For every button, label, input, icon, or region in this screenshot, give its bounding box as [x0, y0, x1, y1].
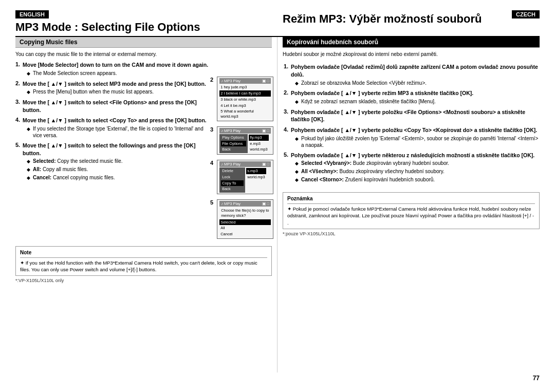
right-step-4-bullet: ◆ Pokud byl jako úložiště zvolen typ 'Ex…	[295, 135, 539, 148]
bullet-diamond-r4: ◆	[295, 136, 301, 142]
screen-5-option-3: Cancel	[219, 231, 271, 237]
screen-3-menu-2: File Options	[221, 141, 246, 147]
step-5-bullet-1: ◆ Selected: Copy the selected music file…	[27, 158, 210, 165]
right-step-5-bullet-2: ◆ All <Všechny>: Budou zkopírovány všech…	[295, 168, 539, 175]
left-intro: You can copy the music file to the inter…	[15, 51, 272, 58]
title-right: Režim MP3: Výběr možností souborů	[283, 12, 540, 26]
right-step-3-content: Pohybem ovladače [ ▲/▼ ] vyberte položku…	[291, 108, 539, 123]
right-step-2-content: Pohybem ovladače [ ▲/▼ ] vyberte režim M…	[291, 89, 539, 105]
screen-3-track-2: e.mp3	[249, 141, 269, 147]
bullet-diamond-r5c: ◆	[295, 177, 301, 183]
screen-4-container: 4 ♪ MP3 Play ▣ □ Delete Lock Copy To	[210, 160, 272, 194]
left-section-header: Copying Music files	[15, 37, 272, 48]
screen-4-track-1: s.mp3	[246, 168, 266, 174]
step-2-bullet-1: ◆ Press the [Menu] button when the music…	[27, 88, 210, 96]
right-step-5-content: Pohybem ovladače [ ▲/▼ ] vyberte některo…	[291, 152, 539, 183]
left-steps: 1. Move [Mode Selector] down to turn on …	[15, 61, 210, 242]
screen-4-mockup: ♪ MP3 Play ▣ □ Delete Lock Copy To Back	[217, 160, 273, 194]
right-step-4-num: 4.	[284, 126, 291, 133]
screen-2-header: ♪ MP3 Play ▣ □	[219, 78, 271, 84]
screen-4-body: Delete Lock Copy To Back s.mp3 world.mp3	[219, 167, 271, 193]
page-number: 77	[15, 375, 540, 382]
screen-3-menu: Play Options File Options Back	[219, 134, 248, 153]
right-step-5-bullet-text-2: All <Všechny>: Budou zkopírovány všechny…	[301, 168, 445, 175]
screen-2-item-5: 5 What a wonderful world.mp3	[219, 108, 271, 120]
step-4-bullet-text: If you selected the Storage type 'Extern…	[33, 125, 210, 139]
screen-3-icons: ▣ □	[262, 128, 270, 133]
bullet-diamond-5b: ◆	[27, 166, 33, 173]
right-step-2-bullet-text: Když se zobrazí seznam skladeb, stisknět…	[301, 98, 436, 105]
right-step-2-bullet: ◆ Když se zobrazí seznam skladeb, stiskn…	[295, 98, 539, 105]
title-left: MP3 Mode : Selecting File Options	[15, 21, 272, 34]
header-right: CZECH Režim MP3: Výběr možností souborů	[278, 10, 540, 26]
screen-2-num: 2	[210, 77, 213, 83]
step-5-bullet-2: ◆ All: Copy all music files.	[27, 166, 210, 173]
screen-2-item-1: 1 hey jude.mp3	[219, 84, 271, 90]
right-step-1: 1. Pohybem ovladače [Ovladač režimů] dol…	[284, 63, 539, 86]
screen-3-menu-1: Play Options	[221, 135, 246, 141]
right-step-5-bullet-text-1: Selected <Vybraný>: Bude zkopírován vybr…	[301, 160, 449, 166]
screen-5-icons: ▣ □	[262, 201, 270, 206]
right-step-4-bullet-text: Pokud byl jako úložiště zvolen typ 'Exte…	[301, 135, 539, 148]
step-4-content: Move the [ ▲/▼ ] switch to select <Copy …	[23, 117, 210, 139]
step-5-num: 5.	[15, 142, 23, 148]
note-box: Note ✦ If you set the Hold function with…	[15, 246, 272, 276]
step-4-bullet-1: ◆ If you selected the Storage type 'Exte…	[27, 125, 210, 139]
screen-4-menu-2: Lock	[221, 174, 244, 180]
step-1-bullet-1: ◆ The Mode Selection screen appears.	[27, 70, 210, 77]
screen-5-prompt: Choose the file(s) to copy to memory sti…	[219, 207, 271, 219]
screen-5-mockup: ♪ MP3 Play ▣ □ Choose the file(s) to cop…	[217, 199, 273, 239]
bullet-diamond-r1: ◆	[295, 80, 301, 87]
right-step-5: 5. Pohybem ovladače [ ▲/▼ ] vyberte někt…	[284, 152, 539, 183]
screen-3-mockup: ♪ MP3 Play ▣ □ Play Options File Options…	[217, 126, 273, 155]
screen-4-icons: ▣ □	[262, 162, 270, 166]
right-step-1-bullet: ◆ Zobrazí se obrazovka Mode Selection <V…	[295, 80, 539, 87]
right-section-header: Kopírování hudebních souborů	[283, 37, 540, 48]
step-1: 1. Move [Mode Selector] down to turn on …	[15, 61, 210, 77]
right-step-1-num: 1.	[284, 63, 291, 69]
screen-4-tracks: s.mp3 world.mp3	[245, 167, 267, 193]
screen-5-container: 5 ♪ MP3 Play ▣ □ Choose the file(s) to c…	[210, 199, 272, 239]
screen-4-menu-4: Back	[221, 186, 244, 192]
right-step-4: 4. Pohybem ovladače [ ▲/▼ ] vyberte polo…	[284, 126, 539, 148]
screen-2-item-4: 4 Let it be.mp3	[219, 103, 271, 109]
screen-3-track-3: world.mp3	[249, 146, 269, 153]
step-3: 3. Move the [ ▲/▼ ] switch to select <Fi…	[15, 99, 210, 114]
screen-2-mockup: ♪ MP3 Play ▣ □ 1 hey jude.mp3 2 I believ…	[217, 77, 273, 121]
bullet-diamond-r2: ◆	[295, 99, 301, 105]
step-2-content: Move the [ ▲/▼ ] switch to select MP3 mo…	[23, 80, 210, 96]
step-5-bullet-text-2: All: Copy all music files.	[33, 166, 88, 173]
right-step-5-num: 5.	[284, 152, 291, 158]
step-1-content: Move [Mode Selector] down to turn on the…	[23, 61, 210, 77]
right-step-1-content: Pohybem ovladače [Ovladač režimů] dolů z…	[291, 63, 539, 86]
screen-5-option-1: Selected	[219, 219, 271, 226]
screen-4-track-2: world.mp3	[246, 174, 266, 180]
screen-4-menu: Delete Lock Copy To Back	[219, 167, 245, 193]
bullet-diamond-r5a: ◆	[295, 160, 301, 167]
left-main-area: 1. Move [Mode Selector] down to turn on …	[15, 61, 272, 242]
right-step-2-num: 2.	[284, 89, 291, 96]
step-3-content: Move the [ ▲/▼ ] switch to select <File …	[23, 99, 210, 114]
note-title: Note	[20, 249, 267, 258]
screen-4-header: ♪ MP3 Play ▣ □	[219, 161, 271, 167]
screen-2-title: ♪ MP3 Play	[221, 79, 240, 83]
step-1-bullet-text: The Mode Selection screen appears.	[33, 70, 117, 77]
step-5-bullet-text-3: Cancel: Cancel copying music files.	[33, 174, 115, 181]
bullet-diamond-5a: ◆	[27, 158, 33, 165]
screen-4-menu-1: Delete	[221, 168, 244, 174]
screen-4-title: ♪ MP3 Play	[221, 162, 240, 166]
right-step-5-bullet-1: ◆ Selected <Vybraný>: Bude zkopírován vy…	[295, 160, 539, 167]
screen-2-item-3: 3 black or white.mp3	[219, 97, 271, 103]
header: ENGLISH MP3 Mode : Selecting File Option…	[15, 10, 540, 34]
header-left: ENGLISH MP3 Mode : Selecting File Option…	[15, 10, 278, 34]
right-step-3: 3. Pohybem ovladače [ ▲/▼ ] vyberte polo…	[284, 108, 539, 123]
screen-3-track-1: fly.mp3	[249, 135, 269, 141]
right-step-4-content: Pohybem ovladače [ ▲/▼ ] vyberte položku…	[291, 126, 539, 148]
right-step-3-num: 3.	[284, 108, 291, 115]
poznamka-title: Poznámka	[287, 195, 535, 204]
step-1-num: 1.	[15, 61, 23, 67]
step-3-num: 3.	[15, 99, 23, 105]
screen-3-header: ♪ MP3 Play ▣ □	[219, 128, 271, 134]
czech-badge: CZECH	[512, 10, 540, 18]
col-right: Kopírování hudebních souborů Hudební sou…	[278, 37, 540, 372]
